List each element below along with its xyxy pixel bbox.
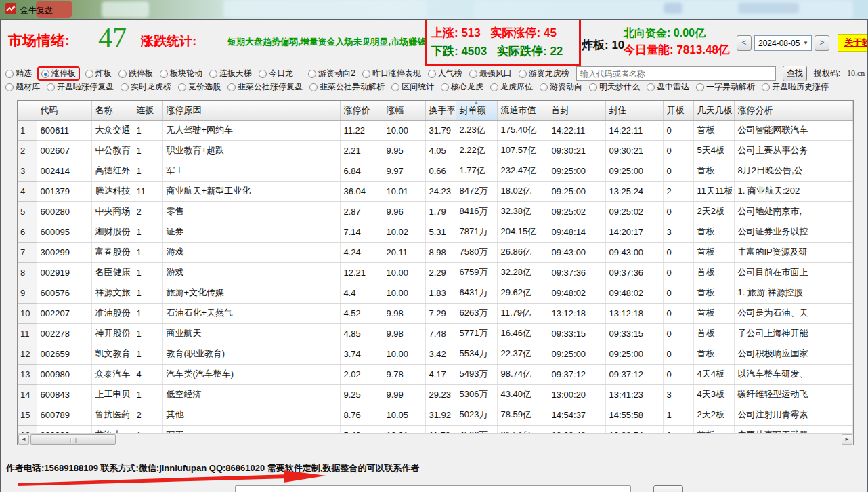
cell-seal_hold: 09:37:12 xyxy=(605,364,663,384)
filter-radio-row2-11[interactable]: 盘中雷达 xyxy=(647,81,689,93)
cell-seal_amount: 7871万 xyxy=(456,222,497,242)
cell-first_seal: 09:25:00 xyxy=(548,344,605,364)
filter-radio-row1-2[interactable]: 炸板 xyxy=(85,68,112,79)
date-value: 2024-08-05 xyxy=(758,39,800,48)
next-date-button[interactable]: > xyxy=(815,35,829,51)
col-header-reason[interactable]: 涨停原因 xyxy=(162,101,340,120)
daily-volume: 今日量能: 7813.48亿 xyxy=(624,42,730,58)
search-button[interactable]: 查找 xyxy=(783,66,807,81)
radio-icon xyxy=(227,83,236,91)
col-header-analysis[interactable]: 涨停分析 xyxy=(734,101,852,120)
filter-radio-row2-9[interactable]: 游资动向 xyxy=(540,81,582,93)
filter-radio-row1-3[interactable]: 跌停板 xyxy=(118,68,153,79)
cell-pct: 9.96 xyxy=(383,201,425,222)
col-header-float_cap[interactable]: 流通市值 xyxy=(497,101,548,120)
cell-first_seal: 13:12:18 xyxy=(548,303,605,323)
cell-opens: 0 xyxy=(663,303,693,323)
col-header-first_seal[interactable]: 首封 xyxy=(548,101,605,120)
cell-seal_amount: 7580万 xyxy=(456,242,497,262)
col-header-limit_price[interactable]: 涨停价 xyxy=(340,101,383,120)
radio-label: 游资动向 xyxy=(550,81,582,93)
col-header-seal_hold[interactable]: 封住 xyxy=(605,101,663,120)
col-header-opens[interactable]: 开板 xyxy=(663,101,693,120)
filter-radio-row2-3[interactable]: 竞价选股 xyxy=(178,81,221,93)
cell-opens: 0 xyxy=(663,283,693,303)
scroll-right-icon[interactable]: ► xyxy=(842,434,852,445)
down-stats-line: 下跌: 4503 实际跌停: 22 xyxy=(431,42,579,60)
cell-analysis: 公司智能网联汽车 xyxy=(734,120,852,140)
filter-radio-row1-10[interactable]: 最强风口 xyxy=(469,68,512,79)
cell-opens: 0 xyxy=(663,242,693,262)
filter-radio-row1-4[interactable]: 板块轮动 xyxy=(160,68,202,79)
cell-name: 中央商场 xyxy=(91,201,133,222)
radio-icon xyxy=(490,83,498,91)
table-row[interactable]: 1600611大众交通1无人驾驶+网约车11.2210.0031.792.23亿… xyxy=(18,120,852,140)
cell-first_seal: 09:25:02 xyxy=(548,201,605,222)
bottom-input[interactable] xyxy=(235,485,631,492)
table-row[interactable]: 4001379腾达科技11商业航天+新型工业化36.0410.0124.2384… xyxy=(18,181,852,201)
filter-radio-row1-0[interactable]: 精选 xyxy=(5,68,32,79)
prev-date-button[interactable]: < xyxy=(737,35,752,51)
filter-radio-row1-6[interactable]: 今日龙一 xyxy=(259,68,301,79)
col-header-boards[interactable]: 连扳 xyxy=(133,101,162,120)
table-row[interactable]: 10002207准油股份1石油石化+天然气4.529.987.296263万11… xyxy=(18,303,852,323)
up-value: 513 xyxy=(461,26,480,39)
scrollbar-thumb[interactable] xyxy=(30,434,116,445)
filter-radio-row2-1[interactable]: 开盘啦涨停复盘 xyxy=(47,81,114,93)
search-input[interactable] xyxy=(576,66,776,81)
cell-float_cap: 29.62亿 xyxy=(497,283,548,303)
table-row[interactable]: 5600280中央商场2零售2.879.961.798416万32.38亿09:… xyxy=(18,201,852,222)
date-dropdown[interactable]: 2024-08-05 ▼ xyxy=(754,35,812,51)
col-header-turnover[interactable]: 换手率 xyxy=(425,101,456,120)
filter-radio-row2-7[interactable]: 核心龙虎 xyxy=(441,81,483,93)
cell-boards: 1 xyxy=(133,262,162,283)
cell-seal_amount: 6263万 xyxy=(456,303,497,323)
radio-label: 板块轮动 xyxy=(170,68,202,79)
col-header-pct[interactable]: 涨幅 xyxy=(383,101,425,120)
cell-days_boards: 2天2板 xyxy=(693,201,734,222)
filter-radio-row2-6[interactable]: 区间统计 xyxy=(391,81,434,93)
table-row[interactable]: 8002919名臣健康1游戏12.2110.002.296759万32.28亿0… xyxy=(18,262,852,283)
filter-radio-row2-13[interactable]: 开盘啦历史涨停 xyxy=(762,81,829,93)
table-row[interactable]: 7300299富春股份1游戏4.2420.118.987580万26.86亿09… xyxy=(18,242,852,262)
col-header-code[interactable]: 代码 xyxy=(37,101,91,120)
northbound-funds: 北向资金: 0.00亿 xyxy=(624,26,706,41)
filter-radio-row2-4[interactable]: 韭菜公社涨停复盘 xyxy=(227,81,303,93)
filter-radio-row1-7[interactable]: 游资动向2 xyxy=(308,68,355,79)
table-row[interactable]: 15600789鲁抗医药2其他8.7610.0531.925023万78.59亿… xyxy=(18,405,852,425)
table-row[interactable]: 2002607中公教育1职业教育+超跌2.219.954.052.22亿107.… xyxy=(18,140,852,161)
about-software-button[interactable]: 关于软件 xyxy=(838,34,868,52)
cell-analysis: 子公司上海神开能 xyxy=(734,323,852,344)
filter-radio-row1-8[interactable]: 昨日涨停表现 xyxy=(362,68,421,79)
filter-radio-row2-10[interactable]: 明天炒什么 xyxy=(589,81,640,93)
row-number: 15 xyxy=(18,405,37,425)
filter-radio-row1-9[interactable]: 人气榜 xyxy=(428,68,462,79)
cell-name: 祥源文旅 xyxy=(91,283,133,303)
horizontal-scrollbar[interactable]: ◄ ► xyxy=(18,433,853,445)
zhaban-count: 炸板: 10 xyxy=(582,37,624,53)
col-header-seal_amount[interactable]: 封单额▲ xyxy=(456,101,497,120)
filter-radio-row2-12[interactable]: 一字异动解析 xyxy=(696,81,755,93)
filter-radio-row1-11[interactable]: 游资龙虎榜 xyxy=(519,68,569,79)
filter-radio-row2-0[interactable]: 题材库 xyxy=(5,81,40,93)
filter-radio-row2-2[interactable]: 实时龙虎榜 xyxy=(121,81,171,93)
col-header-name[interactable]: 名称 xyxy=(91,101,133,120)
bottom-button[interactable] xyxy=(653,485,683,492)
table-row[interactable]: 13000980众泰汽车4汽车类(汽车整车)2.029.784.175493万9… xyxy=(18,364,852,384)
filter-radio-row1-5[interactable]: 连扳天梯 xyxy=(209,68,252,79)
table-row[interactable]: 9600576祥源文旅1旅游+文化传媒4.410.001.836431万29.6… xyxy=(18,283,852,303)
col-header-days_boards[interactable]: 几天几板 xyxy=(693,101,734,120)
cell-days_boards: 4天4板 xyxy=(693,364,734,384)
table-row[interactable]: 3002414高德红外1军工6.849.970.661.77亿232.47亿09… xyxy=(18,161,852,181)
filter-radio-row2-8[interactable]: 龙虎席位 xyxy=(490,81,533,93)
table-row[interactable]: 11002278神开股份1商业航天4.859.987.485771万16.46亿… xyxy=(18,323,852,344)
filter-radio-row2-5[interactable]: 韭菜公社异动解析 xyxy=(309,81,385,93)
cell-code: 002659 xyxy=(37,344,91,364)
table-row[interactable]: 12002659凯文教育1教育(职业教育)3.7410.003.425534万2… xyxy=(18,344,852,364)
table-row[interactable]: 6600095湘财股份1证券7.1410.025.317871万204.15亿0… xyxy=(18,222,852,242)
cell-seal_amount: 1.77亿 xyxy=(456,161,497,181)
scroll-left-icon[interactable]: ◄ xyxy=(18,434,29,445)
filter-radio-row1-1[interactable]: 涨停板 xyxy=(37,66,80,81)
table-row[interactable]: 14600843上工申贝1低空经济9.259.9929.235306万43.40… xyxy=(18,384,852,405)
cell-float_cap: 32.38亿 xyxy=(497,201,548,222)
